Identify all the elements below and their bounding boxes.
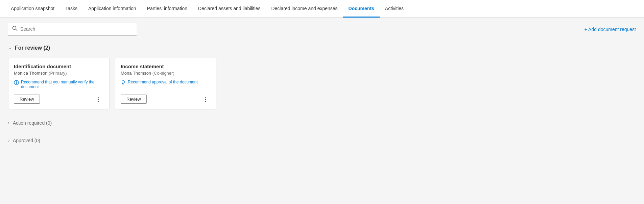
main-content: + Add document request ⌄ For review (2) … — [0, 18, 644, 204]
card-2-subtitle: Mona Thomson (Co-signer) — [121, 71, 211, 76]
card-2-more-button[interactable]: ⋮ — [200, 96, 211, 103]
nav-item-documents[interactable]: Documents — [343, 0, 380, 18]
search-icon — [12, 26, 18, 32]
cards-container: Identification document Monica Thomson (… — [8, 58, 636, 109]
chevron-right-icon: › — [8, 121, 9, 125]
card-2-recommendation: Recommend approval of the document — [121, 80, 211, 86]
search-input[interactable] — [20, 26, 133, 32]
add-document-button[interactable]: + Add document request — [585, 27, 636, 32]
nav-item-app-snapshot[interactable]: Application snapshot — [5, 0, 60, 18]
action-required-section: › Action required (0) — [8, 118, 636, 128]
action-required-header[interactable]: › Action required (0) — [8, 118, 636, 128]
search-bar — [8, 23, 137, 35]
nav-item-activities[interactable]: Activities — [380, 0, 409, 18]
nav-item-declared-income[interactable]: Declared income and expenses — [266, 0, 343, 18]
nav-item-tasks[interactable]: Tasks — [60, 0, 83, 18]
nav-item-app-info[interactable]: Application information — [83, 0, 142, 18]
card-1-more-button[interactable]: ⋮ — [94, 96, 104, 103]
chevron-down-icon: ⌄ — [8, 46, 11, 50]
card-1-footer: Review ⋮ — [14, 95, 104, 104]
card-2-title: Income statement — [121, 63, 211, 69]
approved-title: Approved (0) — [13, 138, 40, 143]
for-review-title: For review (2) — [15, 45, 50, 51]
chevron-right-icon-2: › — [8, 138, 9, 143]
toolbar: + Add document request — [8, 23, 636, 35]
lightbulb-icon — [121, 80, 126, 86]
for-review-header[interactable]: ⌄ For review (2) — [8, 42, 636, 54]
document-card-2: Income statement Mona Thomson (Co-signer… — [115, 58, 216, 109]
card-1-subtitle: Monica Thomson (Primary) — [14, 71, 104, 76]
top-navigation: Application snapshot Tasks Application i… — [0, 0, 644, 18]
card-1-review-button[interactable]: Review — [14, 95, 40, 104]
approved-section: › Approved (0) — [8, 135, 636, 146]
card-1-title: Identification document — [14, 63, 104, 69]
nav-item-parties-info[interactable]: Parties' information — [142, 0, 193, 18]
action-required-title: Action required (0) — [13, 120, 52, 126]
for-review-section: ⌄ For review (2) Identification document… — [8, 42, 636, 109]
nav-item-declared-assets[interactable]: Declared assets and liabilities — [193, 0, 266, 18]
card-1-recommendation: Recommend that you manually verify the d… — [14, 80, 104, 89]
info-icon — [14, 80, 19, 86]
svg-line-1 — [16, 29, 17, 31]
card-2-footer: Review ⋮ — [121, 95, 211, 104]
approved-header[interactable]: › Approved (0) — [8, 135, 636, 146]
document-card-1: Identification document Monica Thomson (… — [8, 58, 110, 109]
svg-point-4 — [16, 81, 17, 82]
card-2-review-button[interactable]: Review — [121, 95, 147, 104]
